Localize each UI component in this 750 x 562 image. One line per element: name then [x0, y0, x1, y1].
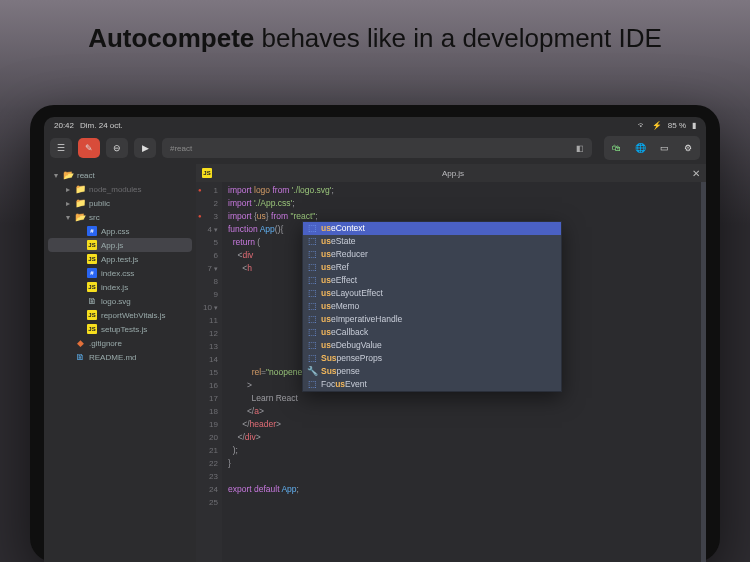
tree-node-App-test-js[interactable]: JSApp.test.js	[48, 252, 192, 266]
autocomplete-popup[interactable]: ⬚useContext⬚useState⬚useReducer⬚useRef⬚u…	[302, 221, 562, 392]
battery-icon: ▮	[692, 121, 696, 130]
autocomplete-item[interactable]: ⬚SuspenseProps	[303, 352, 561, 365]
js-icon: JS	[202, 168, 212, 178]
toolbar: ☰ ✎ ⊖ ▶ #react ◧ 🛍 🌐 ▭ ⚙	[44, 132, 706, 164]
tree-node-src[interactable]: ▾📂src	[48, 210, 192, 224]
status-bar: 20:42 Dim. 24 oct. ᯤ ⚡ 85 % ▮	[44, 117, 706, 132]
app-icon[interactable]: ✎	[78, 138, 100, 158]
store-button[interactable]: 🛍	[606, 138, 626, 158]
tree-node-react[interactable]: ▾📂react	[48, 168, 192, 182]
run-button[interactable]: ▶	[134, 138, 156, 158]
editor-scrollbar[interactable]	[701, 182, 706, 562]
tree-node-index-js[interactable]: JSindex.js	[48, 280, 192, 294]
tree-node-index-css[interactable]: #index.css	[48, 266, 192, 280]
tab-bar: JS App.js ✕	[196, 164, 706, 182]
editor: JS App.js ✕ 1234567891011121314151617181…	[196, 164, 706, 562]
autocomplete-item[interactable]: ⬚useRef	[303, 261, 561, 274]
sidebar-toggle-button[interactable]: ☰	[50, 138, 72, 158]
tree-node-public[interactable]: ▸📁public	[48, 196, 192, 210]
tree-node-setupTests-js[interactable]: JSsetupTests.js	[48, 322, 192, 336]
battery-text: 85 %	[668, 121, 686, 130]
autocomplete-item[interactable]: 🔧Suspense	[303, 365, 561, 378]
tree-node--gitignore[interactable]: ◆.gitignore	[48, 336, 192, 350]
tablet-frame: 20:42 Dim. 24 oct. ᯤ ⚡ 85 % ▮ ☰ ✎ ⊖ ▶ #r…	[30, 105, 720, 562]
tree-node-README-md[interactable]: 🗎README.md	[48, 350, 192, 364]
toolbar-right-group: 🛍 🌐 ▭ ⚙	[604, 136, 700, 160]
preview-button[interactable]: ▭	[654, 138, 674, 158]
tree-node-node_modules[interactable]: ▸📁node_modules	[48, 182, 192, 196]
screen: 20:42 Dim. 24 oct. ᯤ ⚡ 85 % ▮ ☰ ✎ ⊖ ▶ #r…	[44, 117, 706, 562]
autocomplete-item[interactable]: ⬚FocusEvent	[303, 378, 561, 391]
line-gutter: 1234567891011121314151617181920212223242…	[196, 182, 222, 562]
address-bar[interactable]: #react ◧	[162, 138, 592, 158]
collapse-button[interactable]: ⊖	[106, 138, 128, 158]
file-tree: ▾📂react▸📁node_modules▸📁public▾📂src#App.c…	[44, 164, 196, 562]
autocomplete-item[interactable]: ⬚useLayoutEffect	[303, 287, 561, 300]
tree-node-App-js[interactable]: JSApp.js	[48, 238, 192, 252]
globe-button[interactable]: 🌐	[630, 138, 650, 158]
autocomplete-item[interactable]: ⬚useMemo	[303, 300, 561, 313]
autocomplete-item[interactable]: ⬚useReducer	[303, 248, 561, 261]
autocomplete-item[interactable]: ⬚useState	[303, 235, 561, 248]
autocomplete-item[interactable]: ⬚useContext	[303, 222, 561, 235]
status-date: Dim. 24 oct.	[80, 121, 123, 130]
autocomplete-item[interactable]: ⬚useImperativeHandle	[303, 313, 561, 326]
status-time: 20:42	[54, 121, 74, 130]
tree-node-reportWebVitals-js[interactable]: JSreportWebVitals.js	[48, 308, 192, 322]
tab-filename[interactable]: App.js	[220, 169, 686, 178]
tree-node-App-css[interactable]: #App.css	[48, 224, 192, 238]
charge-icon: ⚡	[652, 121, 662, 130]
autocomplete-item[interactable]: ⬚useDebugValue	[303, 339, 561, 352]
tree-node-logo-svg[interactable]: 🗎logo.svg	[48, 294, 192, 308]
address-end-icon[interactable]: ◧	[576, 144, 584, 153]
wifi-icon: ᯤ	[638, 121, 646, 130]
settings-button[interactable]: ⚙	[678, 138, 698, 158]
autocomplete-item[interactable]: ⬚useEffect	[303, 274, 561, 287]
close-tab-button[interactable]: ✕	[692, 168, 700, 179]
address-text: #react	[170, 144, 192, 153]
marketing-headline: Autocompete behaves like in a developmen…	[0, 0, 750, 55]
autocomplete-item[interactable]: ⬚useCallback	[303, 326, 561, 339]
